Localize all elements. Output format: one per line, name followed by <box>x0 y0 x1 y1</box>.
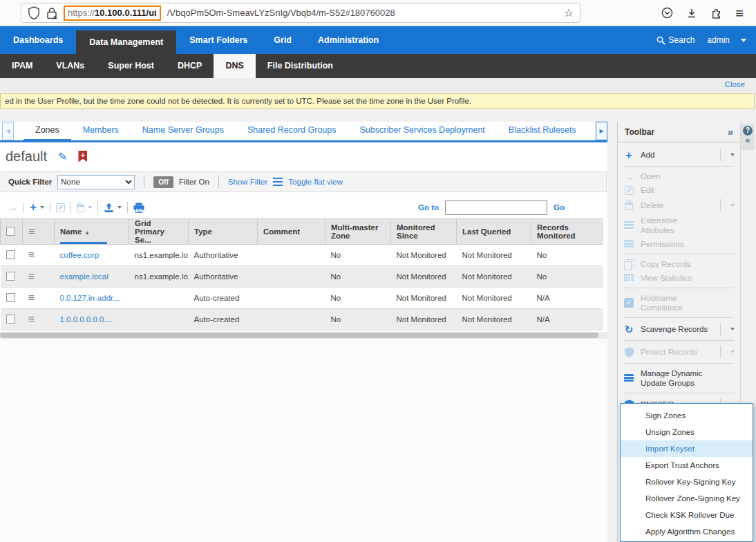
sort-asc-icon: ▲ <box>84 230 90 236</box>
toolbar-expand-icon[interactable]: » <box>728 126 733 138</box>
nav-item-administration[interactable]: Administration <box>305 26 392 54</box>
scrollbar-thumb[interactable] <box>0 333 598 338</box>
subnav-item-ipam[interactable]: IPAM <box>0 54 44 78</box>
tab-name-server-groups[interactable]: Name Server Groups <box>131 122 236 140</box>
bookmark-add-icon[interactable]: + <box>78 151 87 162</box>
subnav-item-super-host[interactable]: Super Host <box>96 54 166 78</box>
pocket-icon[interactable] <box>661 7 673 19</box>
column-header-multi-master[interactable]: Multi-master Zone <box>325 219 391 245</box>
menu-item-unsign-zones[interactable]: Unsign Zones <box>621 424 753 440</box>
row-checkbox[interactable] <box>6 293 15 302</box>
divider <box>144 176 144 188</box>
column-header-comment[interactable]: Comment <box>258 219 325 245</box>
download-icon[interactable] <box>686 8 697 19</box>
lock-warning-icon[interactable] <box>46 7 57 19</box>
row-checkbox[interactable] <box>6 272 15 281</box>
menu-item-rollover-zone-signing-key[interactable]: Rollover Zone-Signing Key <box>621 490 753 507</box>
list-icon <box>624 374 634 382</box>
tab-zones[interactable]: Zones <box>23 122 71 140</box>
nav-item-smart-folders[interactable]: Smart Folders <box>176 26 261 54</box>
menu-item-rollover-key-signing-key[interactable]: Rollover Key-Signing Key <box>621 474 753 490</box>
add-menu-caret-icon[interactable] <box>720 149 735 161</box>
column-header-type[interactable]: Type <box>189 219 258 245</box>
tab-subscriber-services-deployment[interactable]: Subscriber Services Deployment <box>348 122 497 140</box>
quick-filter-label: Quick Filter <box>8 178 52 186</box>
tabs-scroll-right-icon[interactable]: ▶ <box>596 122 607 140</box>
help-icon[interactable]: ? <box>743 126 753 136</box>
tab-shared-record-groups[interactable]: Shared Record Groups <box>236 122 348 140</box>
select-all-checkbox[interactable] <box>6 227 15 236</box>
toggle-flat-view-icon[interactable] <box>273 178 283 186</box>
nav-item-grid[interactable]: Grid <box>261 26 305 54</box>
zone-link[interactable]: example.local <box>60 272 108 281</box>
user-menu[interactable]: admin <box>707 35 730 45</box>
zone-link[interactable]: 1.0.0.0.0.0.0.... <box>60 315 113 324</box>
quick-filter-select[interactable]: None <box>57 175 135 189</box>
menu-item-check-ksk-rollover-due[interactable]: Check KSK Rollover Due <box>621 507 753 523</box>
column-menu-icon[interactable]: ≡ <box>28 225 35 237</box>
global-search[interactable]: Search <box>656 35 694 45</box>
row-menu-icon[interactable]: ≡ <box>28 313 35 325</box>
help-collapse-box: ? « <box>741 124 755 150</box>
add-caret-icon[interactable] <box>40 206 44 209</box>
nav-item-data-management[interactable]: Data Management <box>76 30 176 54</box>
table-row[interactable]: ≡ 0.0.127.in-addr... Auto-created No Not… <box>1 288 603 309</box>
browser-menu-icon[interactable]: ≡ <box>735 6 744 20</box>
column-header-last-queried[interactable]: Last Queried <box>457 219 531 245</box>
column-header-records-monitored[interactable]: Records Monitored <box>531 219 603 245</box>
user-caret-icon[interactable] <box>741 39 746 42</box>
url-host: 10.100.0.111 <box>95 8 146 18</box>
close-link[interactable]: Close <box>725 80 745 88</box>
url-bar[interactable]: https://10.100.0.111/ui /VbqoPm5Om-Smeav… <box>21 3 580 23</box>
menu-item-sign-zones[interactable]: Sign Zones <box>621 407 753 424</box>
delete-caret-icon <box>88 206 92 209</box>
menu-item-export-trust-anchors[interactable]: Export Trust Anchors <box>621 457 753 474</box>
protect-menu-caret-icon <box>720 346 735 358</box>
table-row[interactable]: ≡ example.local ns1.example.lo... Author… <box>1 266 603 288</box>
row-checkbox[interactable] <box>6 315 15 324</box>
filter-on-label: Filter On <box>179 178 209 186</box>
subnav-item-dns[interactable]: DNS <box>214 54 255 78</box>
nav-item-dashboards[interactable]: Dashboards <box>0 26 76 54</box>
horizontal-scrollbar[interactable] <box>0 332 607 339</box>
scavenge-menu-caret-icon[interactable] <box>720 323 735 335</box>
export-caret-icon[interactable] <box>117 206 122 209</box>
subnav-item-dhcp[interactable]: DHCP <box>166 54 214 78</box>
column-header-monitored-since[interactable]: Monitored Since <box>391 219 457 245</box>
row-checkbox[interactable] <box>6 250 15 259</box>
zone-link[interactable]: coffee.corp <box>60 251 100 259</box>
row-menu-icon[interactable]: ≡ <box>28 249 35 261</box>
table-row[interactable]: ≡ coffee.corp ns1.example.lo... Authorit… <box>1 245 603 266</box>
print-icon[interactable] <box>133 203 144 213</box>
toolbar-item-scavenge-records[interactable]: ↻ Scavenge Records <box>618 321 740 337</box>
column-header-name[interactable]: Name▲ <box>55 219 129 245</box>
tab-members[interactable]: Members <box>71 122 131 140</box>
tabs-scroll-left-icon[interactable]: ◀ <box>2 122 14 140</box>
tab-blacklist-rulesets[interactable]: Blacklist Rulesets <box>497 122 588 140</box>
edit-title-icon[interactable]: ✎ <box>58 150 67 163</box>
go-button[interactable]: Go <box>554 203 565 212</box>
toolbar-item-extensible-attributes: Extensible Attributes <box>618 214 740 237</box>
collapse-panel-icon[interactable]: « <box>746 136 750 144</box>
subnav-item-file-distribution[interactable]: File Distribution <box>256 54 345 78</box>
menu-item-import-keyset[interactable]: Import Keyset <box>621 440 753 457</box>
row-menu-icon[interactable]: ≡ <box>28 292 35 303</box>
menu-item-apply-algorithm-changes[interactable]: Apply Algorithm Changes <box>621 523 753 540</box>
toolbar-item-add[interactable]: + Add <box>618 147 740 163</box>
shield-icon[interactable] <box>28 6 40 20</box>
filter-off-button[interactable]: Off <box>153 176 173 188</box>
table-row[interactable]: ≡ 1.0.0.0.0.0.0.... Auto-created No Not … <box>1 309 603 330</box>
add-icon[interactable]: + <box>30 203 37 212</box>
export-icon[interactable] <box>104 203 114 213</box>
row-menu-icon[interactable]: ≡ <box>28 270 35 282</box>
show-filter-link[interactable]: Show Filter <box>228 178 268 186</box>
bookmark-star-icon[interactable]: ☆ <box>564 6 574 19</box>
toolbar-item-manage-dynamic-update-groups[interactable]: Manage Dynamic Update Groups <box>618 366 740 390</box>
zone-link[interactable]: 0.0.127.in-addr... <box>60 294 120 302</box>
column-header-grid-primary[interactable]: Grid Primary Se... <box>129 219 189 245</box>
toolbar-item-hostname-compliance: ✓ Hostname Compliance <box>618 291 740 315</box>
toggle-flat-view-link[interactable]: Toggle flat view <box>288 178 343 186</box>
subnav-item-vlans[interactable]: VLANs <box>44 54 96 78</box>
goto-input[interactable] <box>445 200 547 215</box>
extensions-puzzle-icon[interactable] <box>710 7 722 19</box>
